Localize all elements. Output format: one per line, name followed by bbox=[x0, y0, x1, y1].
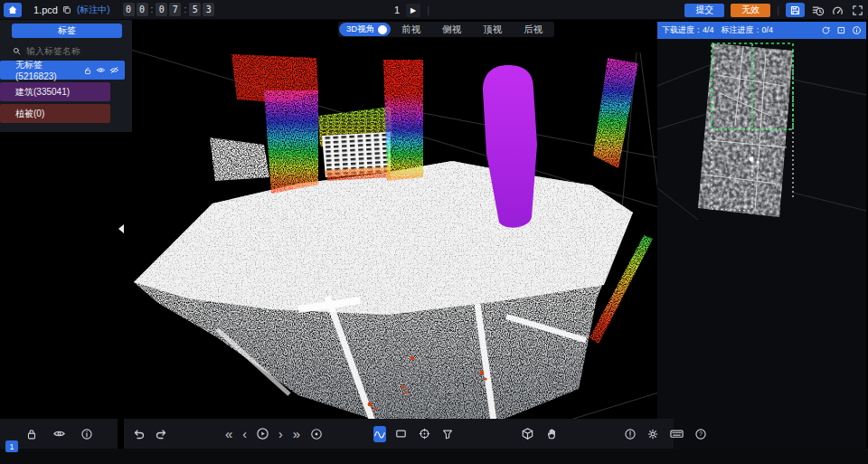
info-icon[interactable] bbox=[852, 25, 862, 35]
lock-tool-button[interactable] bbox=[25, 428, 38, 440]
tab-side-view[interactable]: 侧视 bbox=[431, 24, 472, 36]
skip-first-button[interactable]: « bbox=[225, 427, 232, 440]
help-button[interactable]: ? bbox=[694, 428, 707, 440]
refresh-icon[interactable] bbox=[821, 25, 831, 35]
shortcuts-button[interactable] bbox=[669, 427, 684, 440]
cube-view-button[interactable] bbox=[521, 427, 534, 440]
timer-colon: : bbox=[151, 5, 154, 14]
gauge-icon bbox=[831, 4, 844, 17]
timer-digit: 0 bbox=[137, 3, 148, 16]
timer-digit: 0 bbox=[123, 3, 135, 16]
next-frame-button[interactable]: › bbox=[278, 428, 283, 440]
rectangle-tool-icon bbox=[394, 427, 408, 440]
info-tool-button[interactable] bbox=[80, 428, 93, 440]
label-sidebar: 标签 无标签(5216823) 建筑(335041) 植被(0) bbox=[0, 20, 132, 132]
top-right-actions: 提交 无效 | bbox=[684, 0, 864, 20]
timer-digit: 3 bbox=[203, 3, 214, 16]
pan-hand-button[interactable] bbox=[545, 427, 559, 440]
rectangle-tool-button[interactable] bbox=[394, 427, 408, 440]
minimap-header: 下载进度：4/4 标注进度：0/4 bbox=[657, 22, 866, 39]
keyboard-icon bbox=[669, 427, 684, 440]
label-name: 建筑(335041) bbox=[15, 86, 70, 99]
settings-button[interactable] bbox=[646, 428, 659, 440]
target-tool-button[interactable] bbox=[418, 427, 431, 440]
timer-digit: 7 bbox=[169, 3, 181, 16]
redo-icon bbox=[155, 427, 169, 441]
annotation-status: (标注中) bbox=[77, 4, 110, 16]
bottom-main-toolbar: « ‹ › » bbox=[124, 419, 674, 449]
save-button[interactable] bbox=[786, 3, 805, 17]
pointcloud-annotation-app: { "top_bar": { "file_name": "1.pcd", "st… bbox=[0, 0, 868, 464]
download-progress: 下载进度：4/4 bbox=[662, 24, 714, 36]
toggle-knob bbox=[378, 25, 387, 34]
cube-icon bbox=[521, 427, 534, 440]
tab-3d-view[interactable]: 3D视角 bbox=[339, 23, 391, 36]
skip-last-button[interactable]: » bbox=[293, 427, 300, 440]
polyline-tool-button[interactable] bbox=[373, 426, 386, 442]
tab-top-view[interactable]: 顶视 bbox=[472, 24, 513, 36]
tab-front-view[interactable]: 前视 bbox=[391, 24, 431, 36]
frame-controls: 1 ▶ | bbox=[394, 0, 429, 20]
play-button[interactable]: ▶ bbox=[406, 4, 420, 17]
history-button[interactable] bbox=[811, 4, 825, 17]
scene-index-badge[interactable]: 1 bbox=[5, 440, 18, 452]
play-circle-icon bbox=[256, 427, 269, 440]
top-bar: 1.pcd (标注中) 0 0 : 0 7 : 5 3 1 ▶ | 提交 无效 … bbox=[0, 0, 868, 20]
bottom-strip bbox=[0, 449, 868, 464]
label-row-unlabeled[interactable]: 无标签(5216823) bbox=[0, 61, 125, 80]
fullscreen-icon bbox=[851, 4, 864, 17]
undo-button[interactable] bbox=[131, 427, 146, 441]
minimap-image bbox=[698, 43, 793, 217]
label-row-vegetation[interactable]: 植被(0) bbox=[0, 104, 110, 123]
timer-digit: 0 bbox=[156, 3, 167, 16]
question-glyph: ? bbox=[699, 431, 703, 437]
issues-button[interactable] bbox=[624, 428, 637, 440]
invalid-button[interactable]: 无效 bbox=[731, 4, 770, 17]
divider: | bbox=[777, 5, 779, 15]
submit-button[interactable]: 提交 bbox=[684, 4, 724, 17]
record-circle-icon bbox=[310, 428, 323, 440]
frame-number: 1 bbox=[394, 5, 400, 15]
info-icon bbox=[80, 428, 93, 440]
target-icon bbox=[418, 427, 431, 440]
record-button[interactable] bbox=[310, 428, 323, 440]
visibility-tool-button[interactable] bbox=[52, 427, 66, 440]
home-button[interactable] bbox=[4, 3, 22, 17]
copy-icon[interactable] bbox=[61, 5, 72, 15]
timer-digit: 5 bbox=[189, 3, 201, 16]
point-cloud-ground bbox=[134, 161, 633, 421]
annotation-progress: 标注进度：0/4 bbox=[722, 24, 774, 36]
question-circle-icon: ? bbox=[694, 428, 707, 440]
history-icon bbox=[811, 4, 825, 17]
filter-tool-button[interactable] bbox=[441, 428, 454, 440]
view-mode-tabs: 3D视角 前视 侧视 顶视 后视 bbox=[338, 22, 554, 37]
minimap-canvas[interactable] bbox=[657, 39, 866, 464]
label-row-actions bbox=[83, 65, 119, 75]
prev-frame-button[interactable]: ‹ bbox=[242, 428, 247, 440]
minimap-actions bbox=[821, 25, 862, 35]
undo-icon bbox=[131, 427, 146, 441]
performance-button[interactable] bbox=[831, 4, 844, 17]
label-name: 无标签(5216823) bbox=[15, 59, 83, 81]
divider: | bbox=[427, 5, 429, 15]
hand-icon bbox=[545, 427, 559, 440]
locate-box-icon[interactable] bbox=[836, 25, 846, 35]
play-sequence-button[interactable] bbox=[256, 427, 269, 440]
curve-tool-icon bbox=[373, 428, 386, 440]
label-row-building[interactable]: 建筑(335041) bbox=[0, 82, 110, 101]
eye-off-icon[interactable] bbox=[109, 65, 119, 75]
funnel-icon bbox=[441, 428, 454, 440]
save-icon bbox=[789, 5, 801, 16]
label-name: 植被(0) bbox=[15, 108, 44, 120]
exclaim-circle-icon bbox=[624, 428, 637, 440]
eye-icon[interactable] bbox=[96, 65, 106, 75]
lock-icon[interactable] bbox=[83, 66, 92, 75]
label-search[interactable] bbox=[12, 43, 123, 58]
redo-button[interactable] bbox=[155, 427, 169, 441]
play-icon: ▶ bbox=[410, 6, 416, 14]
search-input[interactable] bbox=[26, 46, 117, 56]
fullscreen-button[interactable] bbox=[851, 4, 864, 17]
tags-button[interactable]: 标签 bbox=[12, 24, 122, 38]
sidebar-collapse-handle[interactable] bbox=[118, 224, 124, 233]
tab-back-view[interactable]: 后视 bbox=[513, 24, 553, 36]
